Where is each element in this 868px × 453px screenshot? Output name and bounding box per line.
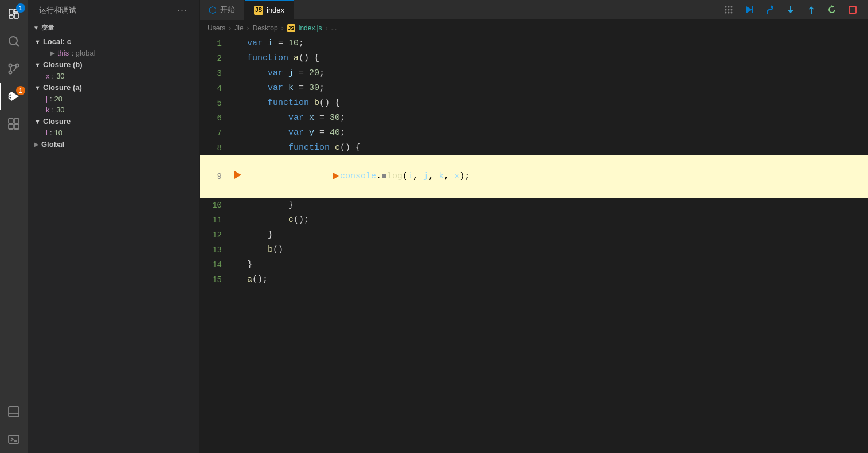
line-content-14: } [245,257,868,272]
closure-b-label: Closure (b) [43,60,83,69]
debug-toolbar [713,2,868,17]
main-editor-area: ⬡ 开始 JS index [200,0,868,453]
step-out-button[interactable] [803,2,820,17]
var-item-k: k : 30 [28,104,199,115]
step-over-button[interactable] [761,2,779,17]
line-gutter-3 [231,66,245,81]
tab-start[interactable]: ⬡ 开始 [200,0,245,20]
var-group-local-c-header[interactable]: ▼ Local: c [28,36,199,48]
line-gutter-4 [231,81,245,96]
breadcrumb-indexjs[interactable]: index.js [299,24,322,32]
code-line-1: 1 var i = 10; [200,36,868,51]
svg-point-7 [16,64,19,67]
js-icon-breadcrumb: JS [287,24,295,32]
line-content-7: var y = 40; [245,126,868,140]
variables-section-header[interactable]: ▼ 变量 [28,20,199,36]
line-gutter-9 [231,155,245,198]
svg-rect-2 [14,13,18,18]
drag-handle-button[interactable] [720,2,737,17]
var-group-closure-b-header[interactable]: ▼ Closure (b) [28,58,199,71]
continue-button[interactable] [741,2,758,17]
i-colon: : [50,128,52,137]
this-expand-arrow[interactable]: ▶ [50,50,55,56]
global-label: Global [41,140,64,149]
code-line-9: 9 console.log(i, j, k, x); [200,155,868,198]
tab-index[interactable]: JS index [245,0,294,20]
var-group-closure: ▼ Closure i : 10 [28,115,199,138]
activity-icon-git[interactable] [0,55,28,83]
line-num-8: 8 [200,140,231,155]
line-content-15: a(); [245,272,868,287]
line-gutter-5 [231,96,245,111]
var-group-closure-a-header[interactable]: ▼ Closure (a) [28,81,199,93]
line-num-5: 5 [200,96,231,111]
svg-point-23 [725,9,727,11]
local-c-chevron: ▼ [34,38,41,45]
breadcrumb-ellipsis[interactable]: ... [331,24,337,32]
activity-icon-panel[interactable] [0,398,28,425]
debug-badge: 1 [16,86,25,95]
global-expand-arrow[interactable]: ▶ [34,141,39,147]
var-group-closure-b: ▼ Closure (b) x : 30 [28,58,199,81]
svg-rect-13 [14,119,19,123]
line-gutter-7 [231,126,245,140]
sidebar-menu-button[interactable]: ··· [177,4,187,16]
breadcrumb: Users › Jie › Desktop › JS index.js › ..… [200,20,868,36]
j-value: 20 [54,95,62,103]
step-into-button[interactable] [782,2,799,17]
line-gutter-15 [231,272,245,287]
activity-icon-terminal[interactable] [0,425,28,453]
activity-icon-search[interactable] [0,28,28,55]
i-value: 10 [54,128,62,137]
this-name: this [57,49,69,57]
restart-button[interactable] [823,2,840,17]
sidebar-content: ▼ 变量 ▼ Local: c ▶ this : global ▼ Closur… [28,20,199,453]
breadcrumb-sep-2: › [247,24,249,32]
sidebar-title: 运行和调试 [39,5,76,15]
code-line-4: 4 var k = 30; [200,81,868,96]
svg-rect-16 [9,407,19,417]
closure-chevron: ▼ [34,118,41,125]
line-content-8: function c() { [245,140,868,155]
var-group-closure-header[interactable]: ▼ Closure [28,115,199,127]
line-num-9: 9 [200,155,231,198]
line-num-10: 10 [200,198,231,213]
closure-label: Closure [43,117,71,126]
code-line-8: 8 function c() { [200,140,868,155]
closure-b-chevron: ▼ [34,61,41,68]
code-line-2: 2 function a() { [200,51,868,66]
code-line-10: 10 } [200,198,868,213]
j-name: j [46,95,48,103]
line-num-14: 14 [200,257,231,272]
j-colon: : [50,95,52,103]
var-group-global: ▶ Global [28,138,199,150]
k-value: 30 [56,106,64,114]
code-line-6: 6 var x = 30; [200,111,868,126]
line-gutter-8 [231,140,245,155]
code-line-13: 13 b() [200,243,868,257]
activity-icon-debug[interactable]: 1 [0,83,28,110]
explorer-badge: 1 [16,3,25,13]
stop-button[interactable] [844,2,861,17]
code-line-15: 15 a(); [200,272,868,287]
code-editor[interactable]: 1 var i = 10; 2 function a() { 3 var j =… [200,36,868,453]
code-lines: 1 var i = 10; 2 function a() { 3 var j =… [200,36,868,287]
breadcrumb-desktop[interactable]: Desktop [253,24,278,32]
svg-marker-29 [746,6,752,13]
breadcrumb-jie[interactable]: Jie [234,24,243,32]
code-line-12: 12 } [200,228,868,243]
sidebar-header: 运行和调试 ··· [28,0,199,20]
breadcrumb-users[interactable]: Users [208,24,225,32]
line-gutter-1 [231,36,245,51]
svg-point-8 [9,64,12,67]
var-group-global-header[interactable]: ▶ Global [28,138,199,150]
svg-point-21 [728,6,730,8]
activity-icon-extensions[interactable] [0,110,28,138]
activity-icon-explorer[interactable]: 1 [0,0,28,28]
variables-chevron: ▼ [33,25,39,31]
line-num-15: 15 [200,272,231,287]
closure-a-chevron: ▼ [34,84,41,91]
svg-rect-0 [9,9,13,14]
line-gutter-11 [231,213,245,228]
line-gutter-2 [231,51,245,66]
